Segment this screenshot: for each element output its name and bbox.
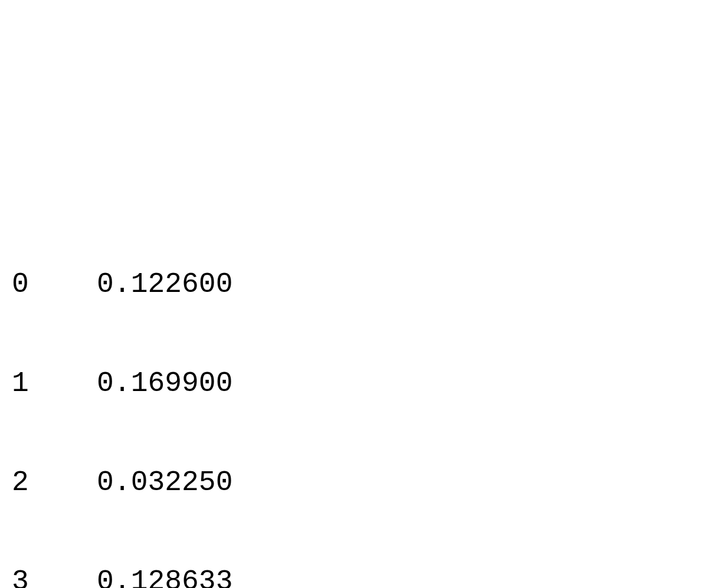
series-row: 10.169900 (12, 359, 696, 408)
row-value: 0.128633 (97, 557, 232, 588)
row-value: 0.032250 (97, 458, 232, 507)
row-index: 0 (12, 259, 29, 309)
row-value: 0.122600 (97, 259, 232, 309)
row-index: 3 (12, 557, 29, 588)
row-index: 2 (12, 458, 29, 507)
row-value: 0.169900 (97, 359, 232, 408)
series-row: 30.128633 (12, 557, 696, 588)
row-index: 1 (12, 359, 29, 408)
series-output: 00.122600 10.169900 20.032250 30.128633 … (12, 210, 696, 588)
series-row: 00.122600 (12, 259, 696, 309)
series-row: 20.032250 (12, 458, 696, 507)
